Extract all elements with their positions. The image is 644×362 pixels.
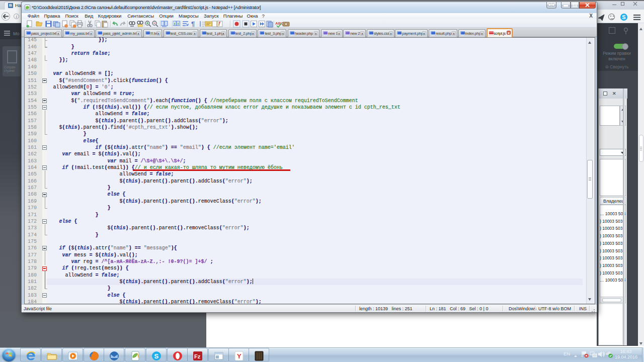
svg-text:Fz: Fz (194, 353, 201, 359)
svg-text:S: S (154, 352, 158, 360)
svg-text:¶: ¶ (191, 20, 195, 28)
svg-text:Y: Y (237, 352, 242, 360)
svg-text:ABC: ABC (275, 21, 283, 26)
